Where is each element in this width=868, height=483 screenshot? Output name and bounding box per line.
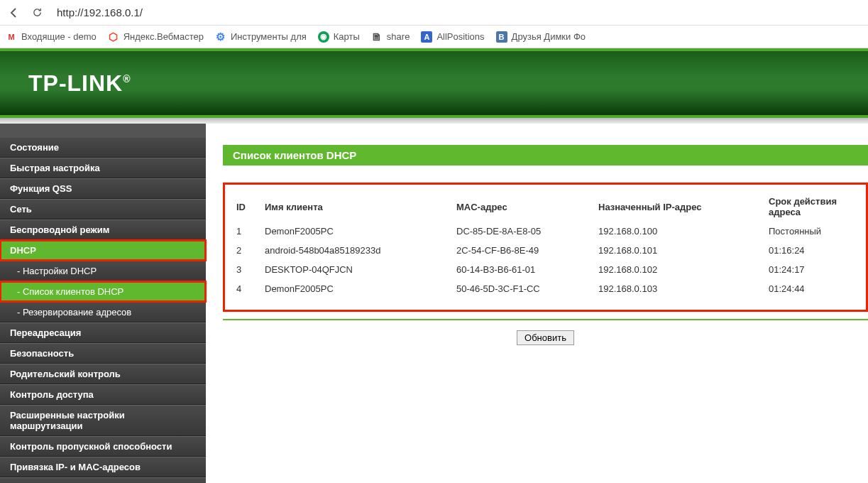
sidebar-item-3[interactable]: Сеть [0, 199, 206, 219]
dhcp-clients-table: ID Имя клиента MAC-адрес Назначенный IP-… [229, 192, 862, 298]
router-header: TP-LINK® [0, 51, 868, 115]
divider [223, 319, 868, 320]
bookmark-label: Яндекс.Вебмастер [123, 31, 204, 42]
cell-lease: 01:24:17 [762, 260, 862, 279]
sidebar-item-13[interactable]: Расширенные настройки маршрутизации [0, 405, 206, 436]
bookmark-gmail[interactable]: M Входящие - demo [6, 31, 97, 43]
yandex-icon: ⬡ [108, 31, 119, 43]
cell-id: 2 [229, 241, 258, 260]
sidebar-item-11[interactable]: Родительский контроль [0, 364, 206, 384]
cell-lease: 01:16:24 [762, 241, 862, 260]
main-content: Список клиентов DHCP ID Имя клиента MAC-… [206, 124, 868, 483]
sidebar-item-12[interactable]: Контроль доступа [0, 384, 206, 405]
col-mac: MAC-адрес [449, 192, 591, 222]
table-row: 1DemonF2005PCDC-85-DE-8A-E8-05192.168.0.… [229, 222, 862, 241]
bookmark-label: Входящие - demo [21, 31, 97, 42]
arrow-left-icon [9, 7, 20, 18]
cell-mac: 60-14-B3-B6-61-01 [449, 260, 591, 279]
cell-ip: 192.168.0.102 [591, 260, 762, 279]
cell-lease: Постоянный [762, 222, 862, 241]
col-id: ID [229, 192, 258, 222]
browser-address-bar [0, 0, 868, 26]
cell-id: 4 [229, 279, 258, 298]
bookmark-share[interactable]: 🗎 share [371, 31, 410, 43]
url-input[interactable] [51, 4, 862, 22]
bookmark-label: Карты [334, 31, 360, 42]
refresh-icon [32, 7, 43, 18]
table-row: 3DESKTOP-04QFJCN60-14-B3-B6-61-01192.168… [229, 260, 862, 279]
sidebar-item-4[interactable]: Беспроводной режим [0, 219, 206, 240]
bookmark-tools[interactable]: ⚙ Инструменты для [215, 31, 307, 43]
bookmark-yandex[interactable]: ⬡ Яндекс.Вебмастер [108, 31, 204, 43]
bookmark-maps[interactable]: ◉ Карты [318, 31, 360, 43]
col-ip: Назначенный IP-адрес [591, 192, 762, 222]
cell-mac: DC-85-DE-8A-E8-05 [449, 222, 591, 241]
tools-icon: ⚙ [215, 31, 226, 43]
tplink-logo: TP-LINK® [28, 70, 131, 97]
sidebar-item-7[interactable]: - Список клиентов DHCP [0, 281, 206, 302]
maps-icon: ◉ [318, 31, 329, 43]
cell-name: DESKTOP-04QFJCN [258, 260, 449, 279]
sidebar-item-9[interactable]: Переадресация [0, 322, 206, 343]
sidebar-item-1[interactable]: Быстрая настройка [0, 158, 206, 178]
cell-name: DemonF2005PC [258, 279, 449, 298]
panel-title: Список клиентов DHCP [223, 145, 868, 165]
cell-mac: 2C-54-CF-B6-8E-49 [449, 241, 591, 260]
sidebar-item-15[interactable]: Привязка IP- и MAC-адресов [0, 457, 206, 477]
bookmark-label: Друзья Димки Фо [512, 31, 586, 42]
sidebar-nav: СостояниеБыстрая настройкаФункция QSSСет… [0, 124, 206, 483]
sidebar-item-16[interactable]: Динамический DNS [0, 477, 206, 483]
header-shadow [0, 118, 868, 124]
cell-id: 1 [229, 222, 258, 241]
dhcp-clients-panel: ID Имя клиента MAC-адрес Назначенный IP-… [223, 183, 868, 312]
bookmark-allpositions[interactable]: А AllPositions [421, 31, 484, 43]
col-lease: Срок действия адреса [762, 192, 862, 222]
gmail-icon: M [6, 31, 17, 43]
allpositions-icon: А [421, 31, 432, 43]
bookmark-label: share [387, 31, 410, 42]
cell-name: DemonF2005PC [258, 222, 449, 241]
reload-button[interactable] [28, 4, 45, 21]
file-icon: 🗎 [371, 31, 383, 43]
sidebar-item-14[interactable]: Контроль пропускной способности [0, 436, 206, 457]
bookmark-label: AllPositions [436, 31, 484, 42]
sidebar-item-5[interactable]: DHCP [0, 240, 206, 261]
back-button[interactable] [6, 4, 23, 21]
cell-ip: 192.168.0.100 [591, 222, 762, 241]
cell-lease: 01:24:44 [762, 279, 862, 298]
sidebar-item-10[interactable]: Безопасность [0, 343, 206, 364]
cell-name: android-548b04a85189233d [258, 241, 449, 260]
sidebar-item-2[interactable]: Функция QSS [0, 178, 206, 199]
bookmark-label: Инструменты для [231, 31, 307, 42]
refresh-button[interactable]: Обновить [517, 330, 574, 345]
col-name: Имя клиента [258, 192, 449, 222]
cell-ip: 192.168.0.101 [591, 241, 762, 260]
table-row: 2android-548b04a85189233d2C-54-CF-B6-8E-… [229, 241, 862, 260]
cell-id: 3 [229, 260, 258, 279]
cell-mac: 50-46-5D-3C-F1-CC [449, 279, 591, 298]
cell-ip: 192.168.0.103 [591, 279, 762, 298]
sidebar-item-8[interactable]: - Резервирование адресов [0, 302, 206, 322]
sidebar-item-0[interactable]: Состояние [0, 138, 206, 158]
bookmark-vk[interactable]: B Друзья Димки Фо [496, 31, 586, 43]
sidebar-item-6[interactable]: - Настройки DHCP [0, 261, 206, 281]
vk-icon: B [496, 31, 507, 43]
bookmarks-bar: M Входящие - demo ⬡ Яндекс.Вебмастер ⚙ И… [0, 26, 868, 48]
table-row: 4DemonF2005PC50-46-5D-3C-F1-CC192.168.0.… [229, 279, 862, 298]
